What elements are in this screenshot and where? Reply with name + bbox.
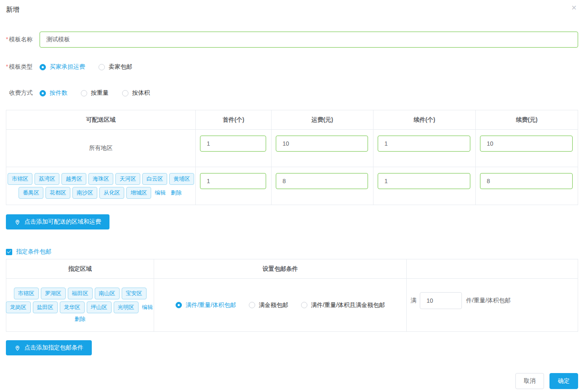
first-qty-input-row2[interactable] xyxy=(200,173,266,189)
edit-regions-link[interactable]: 编辑 xyxy=(155,189,166,197)
region-tag: 从化区 xyxy=(99,187,124,199)
threshold-suffix: 件/重量/体积包邮 xyxy=(466,297,511,304)
header-first-fee: 运费(元) xyxy=(272,110,373,130)
threshold-cell: 满 件/重量/体积包邮 xyxy=(407,279,578,332)
radio-icon xyxy=(301,302,307,308)
charge-method-label: *收费方式 xyxy=(6,89,40,97)
add-free-condition-button[interactable]: 点击添加指定包邮条件 xyxy=(6,340,92,355)
template-name-label: *模板名称 xyxy=(6,36,40,43)
radio-seller-free[interactable]: 卖家包邮 xyxy=(99,63,132,71)
region-tag: 越秀区 xyxy=(61,173,86,185)
region-tag: 龙岗区 xyxy=(6,301,31,313)
header-next-fee: 续费(元) xyxy=(476,110,578,130)
add-template-dialog: 新增 ✕ *模板名称 *模板类型 买家承担运费 卖家包邮 *收费方式 xyxy=(0,0,584,392)
template-name-row: *模板名称 xyxy=(6,32,578,48)
region-tag: 花都区 xyxy=(45,187,70,199)
region-tag: 黄埔区 xyxy=(169,173,194,185)
header-specified-region: 指定区域 xyxy=(6,259,154,279)
region-tag: 龙华区 xyxy=(60,301,85,313)
region-tag: 宝安区 xyxy=(122,288,147,299)
region-tag: 南沙区 xyxy=(72,187,97,199)
region-tag: 荔湾区 xyxy=(35,173,59,185)
required-mark: * xyxy=(6,36,8,43)
region-tag: 白云区 xyxy=(142,173,167,185)
radio-icon xyxy=(40,90,46,96)
header-first-qty: 首件(个) xyxy=(196,110,272,130)
location-pin-icon xyxy=(14,219,21,225)
radio-icon xyxy=(81,90,87,96)
dialog-footer: 取消 确定 xyxy=(515,373,578,389)
conditional-free-checkbox[interactable]: 指定条件包邮 xyxy=(6,248,578,256)
shipping-table-header: 可配送区域 首件(个) 运费(元) 续件(个) 续费(元) xyxy=(6,110,578,130)
radio-by-piece[interactable]: 按件数 xyxy=(40,89,67,97)
next-qty-input-row1[interactable] xyxy=(378,136,470,152)
charge-method-radio-group: 按件数 按重量 按体积 xyxy=(40,89,163,97)
charge-method-row: *收费方式 按件数 按重量 按体积 xyxy=(6,89,578,97)
first-qty-input-row1[interactable] xyxy=(200,136,266,152)
header-delivery-region: 可配送区域 xyxy=(6,110,196,130)
cancel-button[interactable]: 取消 xyxy=(515,373,544,389)
next-fee-input-row1[interactable] xyxy=(480,136,573,152)
region-tag: 增城区 xyxy=(126,187,151,199)
next-qty-input-row2[interactable] xyxy=(378,173,470,189)
template-type-radio-group: 买家承担运费 卖家包邮 xyxy=(40,63,146,71)
header-next-qty: 续件(个) xyxy=(373,110,476,130)
header-set-condition: 设置包邮条件 xyxy=(154,259,407,279)
close-icon[interactable]: ✕ xyxy=(571,5,577,11)
dialog-title: 新增 xyxy=(6,0,578,14)
region-tag: 罗湖区 xyxy=(41,288,66,299)
region-tag: 市辖区 xyxy=(14,288,39,299)
region-tag: 福田区 xyxy=(68,288,93,299)
location-pin-icon xyxy=(14,345,21,351)
first-fee-input-row1[interactable] xyxy=(276,136,368,152)
region-tag: 市辖区 xyxy=(8,173,32,185)
radio-amount-free[interactable]: 满金额包邮 xyxy=(249,301,288,309)
condition-table-row: 市辖区 罗湖区 福田区 南山区 宝安区 龙岗区 盐田区 龙华区 坪山区 光明区 … xyxy=(6,279,578,332)
region-tag: 盐田区 xyxy=(33,301,58,313)
checkbox-checked-icon xyxy=(6,249,12,255)
edit-condition-regions-link[interactable]: 编辑 xyxy=(142,304,153,311)
header-empty xyxy=(407,259,578,279)
template-name-input[interactable] xyxy=(40,32,578,48)
radio-icon xyxy=(40,64,46,70)
region-tags-cell: 市辖区 荔湾区 越秀区 海珠区 天河区 白云区 黄埔区 番禺区 花都区 南沙区 … xyxy=(6,167,196,205)
free-shipping-condition-table: 指定区域 设置包邮条件 市辖区 罗湖区 福田区 南山区 宝安区 龙岗区 盐田区 … xyxy=(6,259,578,332)
region-tag: 海珠区 xyxy=(88,173,113,185)
shipping-fee-table: 可配送区域 首件(个) 运费(元) 续件(个) 续费(元) 所有地区 市辖区 荔… xyxy=(6,110,578,205)
table-row-guangzhou-regions: 市辖区 荔湾区 越秀区 海珠区 天河区 白云区 黄埔区 番禺区 花都区 南沙区 … xyxy=(6,167,578,205)
next-fee-input-row2[interactable] xyxy=(480,173,573,189)
confirm-button[interactable]: 确定 xyxy=(549,373,578,389)
table-row-all-regions: 所有地区 xyxy=(6,130,578,167)
template-type-row: *模板类型 买家承担运费 卖家包邮 xyxy=(6,63,578,71)
delete-condition-regions-link[interactable]: 删除 xyxy=(75,315,85,323)
radio-by-weight[interactable]: 按重量 xyxy=(81,89,109,97)
delete-regions-link[interactable]: 删除 xyxy=(171,189,182,197)
threshold-prefix: 满 xyxy=(411,297,416,304)
add-region-fee-button[interactable]: 点击添加可配送的区域和运费 xyxy=(6,214,109,229)
radio-icon xyxy=(99,64,105,70)
region-tag: 坪山区 xyxy=(87,301,112,313)
radio-qty-weight-volume-free[interactable]: 满件/重量/体积包邮 xyxy=(176,301,236,309)
radio-buyer-pays[interactable]: 买家承担运费 xyxy=(40,63,85,71)
first-fee-input-row2[interactable] xyxy=(276,173,368,189)
radio-icon xyxy=(122,90,128,96)
region-tag: 番禺区 xyxy=(19,187,43,199)
radio-by-volume[interactable]: 按体积 xyxy=(122,89,150,97)
region-all-label: 所有地区 xyxy=(89,144,113,152)
condition-type-cell: 满件/重量/体积包邮 满金额包邮 满件/重量/体积且满金额包邮 xyxy=(154,279,407,332)
radio-icon xyxy=(249,302,255,308)
required-mark: * xyxy=(6,63,8,70)
template-type-label: *模板类型 xyxy=(6,63,40,71)
region-tag: 光明区 xyxy=(114,301,139,313)
condition-table-header: 指定区域 设置包邮条件 xyxy=(6,259,578,279)
region-tag: 南山区 xyxy=(95,288,120,299)
radio-icon xyxy=(176,302,182,308)
region-tag: 天河区 xyxy=(115,173,140,185)
radio-qty-and-amount-free[interactable]: 满件/重量/体积且满金额包邮 xyxy=(301,301,385,309)
condition-region-tags-cell: 市辖区 罗湖区 福田区 南山区 宝安区 龙岗区 盐田区 龙华区 坪山区 光明区 … xyxy=(6,279,154,332)
threshold-input[interactable] xyxy=(420,292,462,309)
